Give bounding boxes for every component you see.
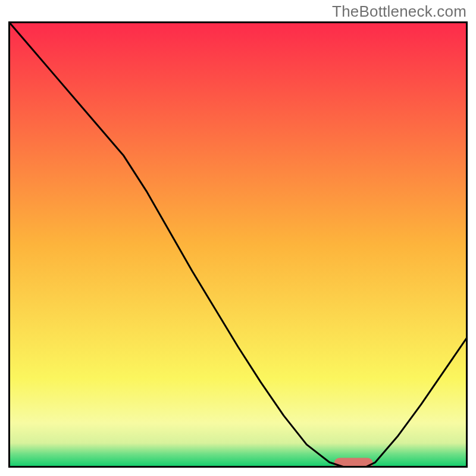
gradient-background	[8, 21, 468, 468]
bottleneck-chart	[8, 21, 468, 468]
watermark-text: TheBottleneck.com	[332, 2, 466, 21]
chart-frame: TheBottleneck.com	[0, 0, 476, 476]
chart-svg	[8, 21, 468, 468]
